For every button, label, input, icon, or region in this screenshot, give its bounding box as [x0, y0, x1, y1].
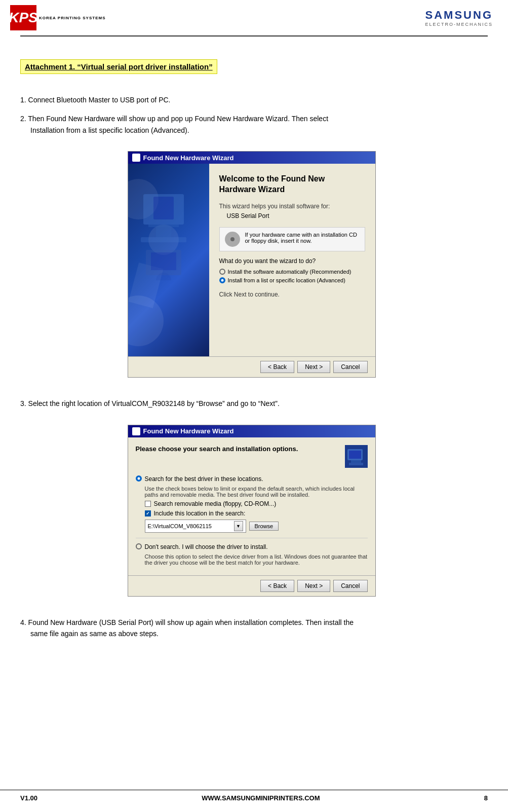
deco-circle3 [128, 296, 164, 346]
svg-rect-2 [148, 225, 179, 227]
wizard2-radio1-selected[interactable] [136, 475, 142, 482]
wizard1-title: Found New Hardware Wizard [143, 154, 234, 162]
wizard2-path-input[interactable]: E:\VirtualCOM_V8062115 ▼ [145, 520, 246, 533]
step3-browse: “Browse” [197, 399, 225, 408]
step2-middle: will show up and pop up [115, 115, 194, 123]
step2-prefix: 2. Then [20, 115, 46, 123]
step2-para: 2. Then Found New Hardware will show up … [20, 113, 483, 136]
wizard2-body: Please choose your search and installati… [128, 437, 375, 575]
step4-highlight: Found New Hardware (USB Serial Port) [28, 618, 153, 626]
wizard1-radio2-selected[interactable] [219, 277, 225, 283]
wizard2-checkbox2-label: Include this location in the search: [154, 510, 246, 517]
step2-indent: Installation from a list specific locati… [30, 125, 483, 136]
wizard1-right-panel: Welcome to the Found NewHardware Wizard … [209, 164, 375, 356]
wizard2-title: Found New Hardware Wizard [143, 427, 234, 435]
step3-middle: and go to [225, 399, 258, 408]
wizard2-back-button[interactable]: < Back [260, 580, 294, 592]
wizard1-option2-row: Install from a list or specific location… [219, 277, 365, 283]
wizard1-next-button[interactable]: Next > [297, 361, 330, 373]
wizard1-left-panel [128, 164, 209, 356]
korea-text: KOREA PRINTING SYSTEMS [39, 16, 106, 20]
step3-next: “Next”. [258, 399, 280, 408]
wizard1-wrap: Found New Hardware Wizard [20, 143, 483, 385]
footer-page: 8 [484, 794, 488, 802]
wizard2-path-row: E:\VirtualCOM_V8062115 ▼ Browse [145, 520, 368, 533]
wizard1-radio1[interactable] [219, 269, 225, 275]
wizard1-usb-label: USB Serial Port [227, 212, 365, 219]
wizard1-cd-box: If your hardware came with an installati… [219, 227, 365, 251]
header: KPS KOREA PRINTING SYSTEMS SAMSUNG ELECT… [0, 0, 508, 35]
step4-prefix: 4. [20, 618, 28, 626]
wizard2-option1-section: Search for the best driver in these loca… [136, 475, 368, 533]
step2-suffix: Then select [290, 115, 328, 123]
wizard1-click-next: Click Next to continue. [219, 291, 365, 298]
wizard1-sub-text: This wizard helps you install software f… [219, 203, 365, 210]
svg-rect-1 [153, 197, 174, 219]
wizard1-cancel-button[interactable]: Cancel [333, 361, 367, 373]
footer-website: WWW.SAMSUNGMINIPRINTERS.COM [202, 794, 320, 802]
svg-rect-4 [141, 237, 186, 242]
deco-svg [133, 179, 199, 280]
wizard2-option1-text: Search for the best driver in these loca… [145, 475, 263, 483]
wizard2-separator [136, 538, 368, 538]
svg-rect-12 [349, 463, 363, 465]
wizard2-checkbox2[interactable]: ✓ [145, 510, 151, 516]
step2-highlight1: Found New Hardware [46, 115, 115, 123]
wizard2-option2-row: Don't search. I will choose the driver t… [136, 543, 368, 550]
cd-icon [225, 232, 240, 247]
wizard2-checkbox1-label: Search removable media (floppy, CD-ROM..… [154, 500, 277, 507]
footer-version: V1.00 [20, 794, 37, 802]
wizard1-body: Welcome to the Found NewHardware Wizard … [128, 164, 375, 356]
wizard1-footer: < Back Next > Cancel [128, 356, 375, 377]
wizard2-option1-sub: Use the check boxes below to limit or ex… [145, 486, 368, 498]
wizard1-decoration [128, 164, 209, 356]
wizard2-titlebar-icon [132, 427, 140, 435]
wizard2-cancel-button[interactable]: Cancel [333, 580, 367, 592]
wizard1-cd-text: If your hardware came with an installati… [245, 232, 360, 244]
step4-suffix: will show up again when installation com… [153, 618, 354, 626]
wizard2-dialog: Found New Hardware Wizard Please choose … [128, 425, 376, 597]
wizard2-footer: < Back Next > Cancel [128, 575, 375, 596]
wizard1-question: What do you want the wizard to do? [219, 257, 365, 265]
main-content: Attachment 1. “Virtual serial port drive… [0, 36, 508, 657]
step1-text: 1. Connect Bluetooth Master to USB port … [20, 94, 483, 105]
wizard2-header-text: Please choose your search and installati… [136, 445, 298, 453]
svg-rect-10 [349, 451, 361, 459]
wizard1-option2-text: Install from a list or specific location… [228, 277, 345, 283]
svg-rect-3 [156, 227, 171, 237]
wizard1-dialog: Found New Hardware Wizard [128, 151, 376, 378]
wizard2-option2-section: Don't search. I will choose the driver t… [136, 543, 368, 566]
wizard2-browse-button[interactable]: Browse [249, 522, 279, 531]
step2-highlight2: Found New Hardware Wizard. [195, 115, 290, 123]
wizard2-checkbox1-row: Search removable media (floppy, CD-ROM..… [145, 500, 368, 507]
wizard2-icon [345, 445, 368, 468]
svg-rect-6 [151, 252, 176, 270]
step4-indent: same file again as same as above steps. [30, 628, 483, 639]
wizard1-titlebar: Found New Hardware Wizard [128, 152, 375, 164]
wizard2-path-value: E:\VirtualCOM_V8062115 [148, 523, 234, 529]
wizard2-icon-svg [345, 445, 368, 468]
wizard2-checkbox1[interactable] [145, 501, 151, 507]
svg-rect-11 [351, 460, 361, 463]
step4-para: 4. Found New Hardware (USB Serial Port) … [20, 617, 483, 640]
step2-indent-text: Installation from a list specific locati… [30, 126, 189, 134]
section-title: Attachment 1. “Virtual serial port drive… [20, 59, 217, 74]
page-footer: V1.00 WWW.SAMSUNGMINIPRINTERS.COM 8 [0, 790, 508, 802]
wizard2-option2-text: Don't search. I will choose the driver t… [145, 543, 268, 550]
step3-para: 3. Select the right location of VirtualC… [20, 398, 483, 409]
wizard2-next-button[interactable]: Next > [297, 580, 330, 592]
wizard2-wrap: Found New Hardware Wizard Please choose … [20, 417, 483, 604]
wizard2-checkbox2-row: ✓ Include this location in the search: [145, 510, 368, 517]
kps-logo: KPS KOREA PRINTING SYSTEMS [10, 5, 106, 30]
wizard2-radio2[interactable] [136, 543, 142, 549]
samsung-wordmark: SAMSUNG [425, 9, 493, 22]
wizard2-option2-sub: Choose this option to select the device … [145, 553, 368, 566]
kps-text-right: KOREA PRINTING SYSTEMS [39, 16, 106, 20]
wizard1-main-title: Welcome to the Found NewHardware Wizard [219, 174, 365, 195]
page-container: KPS KOREA PRINTING SYSTEMS SAMSUNG ELECT… [0, 0, 508, 812]
wizard1-back-button[interactable]: < Back [260, 361, 294, 373]
wizard1-option1-text: Install the software automatically (Reco… [228, 269, 351, 275]
wizard1-option1-row: Install the software automatically (Reco… [219, 269, 365, 275]
wizard2-path-dropdown[interactable]: ▼ [234, 521, 243, 531]
kps-letters: KPS [9, 11, 38, 25]
